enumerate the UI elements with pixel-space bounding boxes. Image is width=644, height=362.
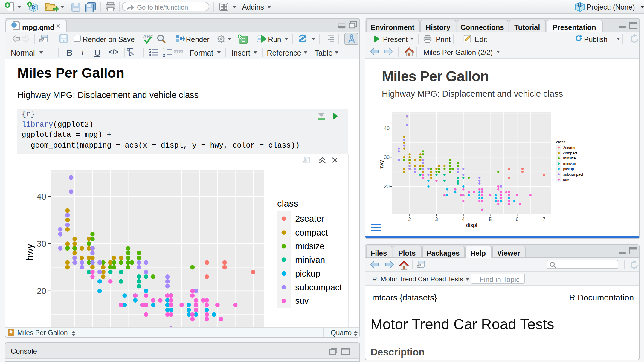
svg-text:hwy: hwy bbox=[379, 160, 384, 170]
svg-text:40: 40 bbox=[384, 125, 390, 131]
svg-text:3: 3 bbox=[435, 217, 438, 222]
svg-text:2: 2 bbox=[163, 52, 165, 56]
svg-text:midsize: midsize bbox=[563, 156, 576, 160]
svg-text:R: R bbox=[577, 1, 582, 8]
svg-text:30: 30 bbox=[384, 154, 390, 160]
svg-text:40: 40 bbox=[37, 191, 46, 201]
svg-text:20: 20 bbox=[384, 184, 390, 189]
svg-text:ABC: ABC bbox=[143, 34, 153, 39]
svg-text:suv: suv bbox=[295, 296, 309, 305]
svg-text:5: 5 bbox=[489, 217, 492, 222]
svg-text:7: 7 bbox=[543, 217, 545, 222]
svg-text:6: 6 bbox=[516, 217, 518, 222]
svg-text:minivan: minivan bbox=[563, 162, 576, 166]
svg-text:class: class bbox=[556, 140, 565, 144]
svg-text:2: 2 bbox=[408, 217, 411, 222]
svg-text:4: 4 bbox=[462, 217, 465, 222]
svg-text:subcompact: subcompact bbox=[295, 282, 342, 292]
svg-text:subcompact: subcompact bbox=[563, 172, 583, 177]
svg-text:20: 20 bbox=[37, 286, 46, 295]
svg-text:midsize: midsize bbox=[295, 241, 324, 251]
svg-text:suv: suv bbox=[563, 178, 569, 182]
svg-text:compact: compact bbox=[295, 228, 328, 237]
svg-text:2seater: 2seater bbox=[295, 214, 324, 223]
svg-text:class: class bbox=[277, 198, 298, 208]
svg-text:pickup: pickup bbox=[295, 269, 320, 278]
svg-text:hwy: hwy bbox=[25, 243, 35, 260]
svg-text:minivan: minivan bbox=[295, 255, 325, 264]
svg-text:compact: compact bbox=[563, 151, 577, 155]
svg-text:pickup: pickup bbox=[563, 167, 574, 171]
svg-text:displ: displ bbox=[466, 222, 477, 228]
svg-text:2seater: 2seater bbox=[563, 146, 576, 150]
svg-text:1: 1 bbox=[163, 47, 165, 52]
svg-text:30: 30 bbox=[37, 239, 46, 248]
